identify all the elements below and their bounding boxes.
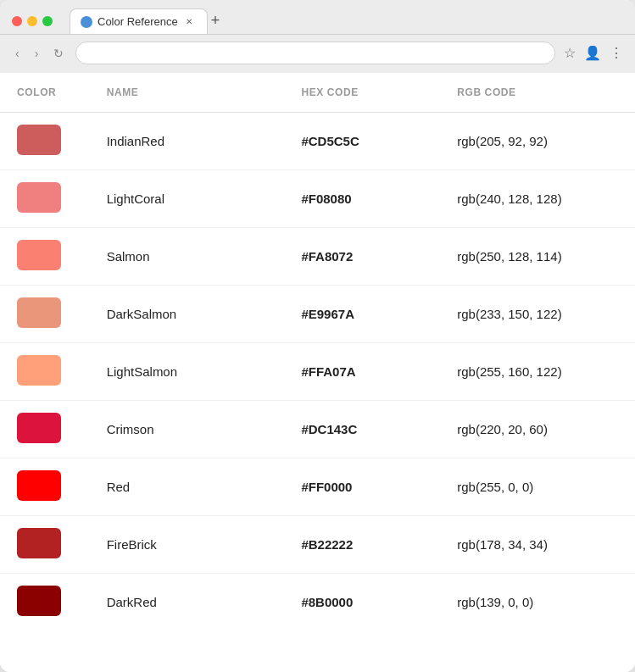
color-swatch: [17, 355, 61, 386]
traffic-lights: [12, 16, 53, 26]
rgb-code: rgb(178, 34, 34): [440, 516, 635, 574]
hex-code: #F08080: [284, 170, 440, 228]
table-row: LightSalmon#FFA07Argb(255, 160, 122): [0, 343, 635, 401]
color-name: LightSalmon: [90, 343, 285, 401]
color-name: IndianRed: [90, 113, 285, 170]
rgb-code: rgb(240, 128, 128): [440, 170, 635, 228]
hex-code: #FA8072: [284, 228, 440, 286]
content-area: COLOR NAME HEX CODE RGB CODE IndianRed#C…: [0, 73, 635, 672]
color-swatch: [17, 240, 61, 270]
user-icon[interactable]: 👤: [584, 45, 601, 61]
hex-code: #FF0000: [284, 458, 440, 516]
close-button[interactable]: [12, 16, 22, 26]
color-swatch: [17, 182, 61, 213]
rgb-code: rgb(220, 20, 60): [440, 401, 635, 458]
color-swatch: [17, 297, 61, 328]
color-name: FireBrick: [90, 516, 285, 574]
color-name: DarkRed: [90, 574, 285, 631]
color-swatch-cell: [0, 574, 90, 631]
hex-code: #DC143C: [284, 401, 440, 458]
color-table: COLOR NAME HEX CODE RGB CODE IndianRed#C…: [0, 73, 635, 630]
bookmark-icon[interactable]: ☆: [564, 45, 576, 61]
forward-button[interactable]: ›: [31, 45, 42, 62]
color-swatch-cell: [0, 170, 90, 228]
rgb-code: rgb(250, 128, 114): [440, 228, 635, 286]
hex-code: #FFA07A: [284, 343, 440, 401]
table-row: FireBrick#B22222rgb(178, 34, 34): [0, 516, 635, 574]
color-swatch-cell: [0, 401, 90, 458]
color-swatch-cell: [0, 458, 90, 516]
color-name: LightCoral: [90, 170, 285, 228]
color-swatch: [17, 586, 61, 616]
rgb-code: rgb(139, 0, 0): [440, 574, 635, 631]
hex-code: #B22222: [284, 516, 440, 574]
header-hex: HEX CODE: [284, 73, 440, 113]
table-row: Salmon#FA8072rgb(250, 128, 114): [0, 228, 635, 286]
tab-favicon-icon: [81, 16, 92, 28]
rgb-code: rgb(255, 160, 122): [440, 343, 635, 401]
color-swatch: [17, 528, 61, 558]
back-button[interactable]: ‹: [12, 45, 23, 62]
color-name: DarkSalmon: [90, 286, 285, 343]
toolbar-icons: ☆ 👤 ⋮: [564, 45, 623, 61]
header-rgb: RGB CODE: [440, 73, 635, 113]
menu-icon[interactable]: ⋮: [610, 45, 623, 61]
color-name: Salmon: [90, 228, 285, 286]
browser-titlebar: Color Reference ✕ +: [0, 0, 635, 35]
table-row: IndianRed#CD5C5Crgb(205, 92, 92): [0, 113, 635, 170]
header-color: COLOR: [0, 73, 90, 113]
table-row: DarkSalmon#E9967Argb(233, 150, 122): [0, 286, 635, 343]
minimize-button[interactable]: [27, 16, 37, 26]
table-row: Crimson#DC143Crgb(220, 20, 60): [0, 401, 635, 458]
rgb-code: rgb(205, 92, 92): [440, 113, 635, 170]
address-bar[interactable]: [75, 42, 555, 64]
maximize-button[interactable]: [42, 16, 53, 26]
color-name: Red: [90, 458, 285, 516]
color-swatch: [17, 413, 61, 443]
browser-controls: Color Reference ✕ +: [12, 8, 623, 34]
table-header-row: COLOR NAME HEX CODE RGB CODE: [0, 73, 635, 113]
rgb-code: rgb(255, 0, 0): [440, 458, 635, 516]
rgb-code: rgb(233, 150, 122): [440, 286, 635, 343]
table-row: DarkRed#8B0000rgb(139, 0, 0): [0, 574, 635, 631]
tab-close-button[interactable]: ✕: [183, 16, 195, 28]
color-swatch-cell: [0, 516, 90, 574]
header-name: NAME: [90, 73, 285, 113]
color-swatch-cell: [0, 113, 90, 170]
color-swatch-cell: [0, 286, 90, 343]
reload-button[interactable]: ↻: [50, 45, 67, 62]
tab-label: Color Reference: [97, 15, 178, 28]
hex-code: #E9967A: [284, 286, 440, 343]
browser-toolbar: ‹ › ↻ ☆ 👤 ⋮: [0, 35, 635, 73]
table-row: Red#FF0000rgb(255, 0, 0): [0, 458, 635, 516]
tab-bar: Color Reference ✕ +: [70, 8, 226, 34]
color-swatch: [17, 125, 61, 155]
table-row: LightCoral#F08080rgb(240, 128, 128): [0, 170, 635, 228]
hex-code: #8B0000: [284, 574, 440, 631]
color-swatch-cell: [0, 343, 90, 401]
hex-code: #CD5C5C: [284, 113, 440, 170]
active-tab[interactable]: Color Reference ✕: [70, 8, 208, 34]
color-name: Crimson: [90, 401, 285, 458]
new-tab-button[interactable]: +: [208, 13, 227, 34]
browser-window: Color Reference ✕ + ‹ › ↻ ☆ 👤 ⋮ COLOR NA…: [0, 0, 635, 672]
color-swatch-cell: [0, 228, 90, 286]
color-swatch: [17, 470, 61, 501]
